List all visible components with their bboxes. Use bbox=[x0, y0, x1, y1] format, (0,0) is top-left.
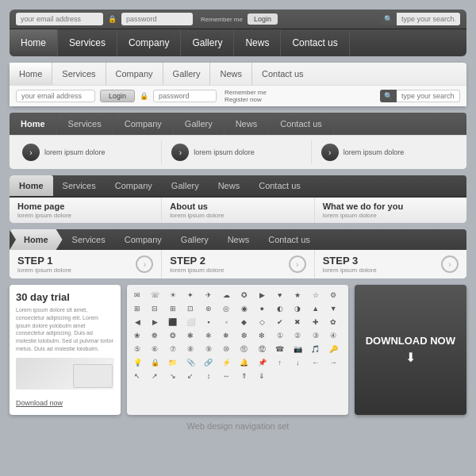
icon-cell[interactable]: ✦ bbox=[185, 290, 196, 301]
nav2-link[interactable]: Gallery bbox=[163, 63, 211, 85]
nav4-link[interactable]: Contact us bbox=[249, 175, 310, 196]
icon-cell[interactable]: ✔ bbox=[274, 317, 286, 328]
icon-cell[interactable]: ↖ bbox=[132, 370, 143, 382]
icon-cell[interactable]: ◀ bbox=[132, 317, 143, 328]
icon-cell[interactable]: ❂ bbox=[167, 330, 178, 341]
icon-cell[interactable]: ✖ bbox=[292, 317, 303, 328]
icon-cell[interactable]: ❆ bbox=[239, 330, 250, 341]
icon-cell[interactable]: ⑩ bbox=[221, 344, 232, 355]
icon-cell[interactable]: ❅ bbox=[221, 330, 232, 341]
icon-cell[interactable]: ↓ bbox=[292, 357, 303, 368]
icon-cell[interactable]: ❀ bbox=[132, 330, 143, 341]
icon-cell[interactable]: ⇑ bbox=[239, 370, 250, 382]
nav5-link[interactable]: Home bbox=[10, 229, 63, 250]
trial-download-link[interactable]: Download now bbox=[16, 399, 63, 407]
icon-cell[interactable]: ⚙ bbox=[328, 290, 339, 301]
icon-cell[interactable]: ⊟ bbox=[149, 303, 160, 314]
nav4-sub-item[interactable]: About us lorem ipsum dolore bbox=[162, 198, 314, 223]
icon-cell[interactable]: 🔒 bbox=[149, 357, 160, 368]
nav4-link[interactable]: Company bbox=[106, 175, 162, 196]
nav5-step[interactable]: STEP 3 lorem ipsum dolore › bbox=[315, 250, 466, 278]
icon-cell[interactable]: ▶ bbox=[256, 290, 267, 301]
icon-cell[interactable]: ❁ bbox=[149, 330, 160, 341]
search-input-2[interactable] bbox=[397, 90, 460, 102]
arrow-circle[interactable]: › bbox=[321, 144, 339, 161]
nav3-link[interactable]: Gallery bbox=[174, 113, 225, 135]
nav5-link[interactable]: News bbox=[218, 229, 259, 250]
icon-cell[interactable]: ⊞ bbox=[132, 303, 143, 314]
nav3-link[interactable]: News bbox=[225, 113, 270, 135]
icon-cell[interactable]: ✉ bbox=[132, 290, 143, 301]
icon-cell[interactable]: ✚ bbox=[310, 317, 321, 328]
icon-cell[interactable]: ⬜ bbox=[185, 317, 196, 328]
icon-cell[interactable]: ① bbox=[274, 330, 286, 341]
icon-cell[interactable]: 🔔 bbox=[239, 357, 250, 368]
icon-cell[interactable]: ↗ bbox=[149, 370, 160, 382]
icon-cell[interactable]: ⬛ bbox=[167, 317, 178, 328]
icon-cell[interactable]: 📁 bbox=[167, 357, 178, 368]
arrow-circle[interactable]: › bbox=[171, 144, 189, 161]
icon-cell[interactable]: ⊞ bbox=[167, 303, 178, 314]
login-button-2[interactable]: Login bbox=[100, 90, 135, 102]
icon-cell[interactable]: 🔑 bbox=[328, 344, 339, 355]
icon-cell[interactable]: → bbox=[328, 357, 339, 368]
email-input-1[interactable] bbox=[16, 13, 103, 25]
nav2-link[interactable]: Home bbox=[10, 63, 52, 85]
icon-cell[interactable]: ② bbox=[292, 330, 303, 341]
icon-cell[interactable]: ↑ bbox=[274, 357, 286, 368]
icon-cell[interactable]: ⑨ bbox=[203, 344, 214, 355]
icon-cell[interactable]: ☏ bbox=[149, 290, 160, 301]
nav1-link[interactable]: Home bbox=[10, 29, 58, 56]
icon-cell[interactable]: ⑤ bbox=[132, 344, 143, 355]
nav2-link[interactable]: Contact us bbox=[252, 63, 313, 85]
icon-cell[interactable]: ◉ bbox=[239, 303, 250, 314]
icon-cell[interactable]: 🎵 bbox=[310, 344, 321, 355]
icon-cell[interactable]: ◑ bbox=[292, 303, 303, 314]
icon-cell[interactable]: ✪ bbox=[239, 290, 250, 301]
icon-cell[interactable]: ☁ bbox=[221, 290, 232, 301]
icon-cell[interactable]: ◇ bbox=[256, 317, 267, 328]
icon-cell[interactable]: ▶ bbox=[149, 317, 160, 328]
icon-cell[interactable]: 🔗 bbox=[203, 357, 214, 368]
icon-cell[interactable]: ▲ bbox=[310, 303, 321, 314]
nav5-link[interactable]: Contact us bbox=[259, 229, 320, 250]
nav4-link[interactable]: Home bbox=[10, 175, 53, 196]
nav4-sub-item[interactable]: What we do for you lorem ipsum dolore bbox=[315, 198, 466, 223]
nav5-step[interactable]: STEP 2 lorem ipsum dolore › bbox=[162, 250, 314, 278]
icon-cell[interactable]: ❄ bbox=[203, 330, 214, 341]
icon-cell[interactable]: ◎ bbox=[221, 303, 232, 314]
icon-cell[interactable]: ✿ bbox=[328, 317, 339, 328]
nav1-link[interactable]: Company bbox=[117, 29, 181, 56]
icon-cell[interactable]: ④ bbox=[328, 330, 339, 341]
search-icon-btn-2[interactable]: 🔍 bbox=[380, 90, 397, 102]
icon-cell[interactable]: ⑫ bbox=[256, 344, 267, 355]
password-input-2[interactable] bbox=[153, 90, 217, 102]
icon-cell[interactable]: ▫ bbox=[221, 317, 232, 328]
icon-cell[interactable]: ⚡ bbox=[221, 357, 232, 368]
nav4-link[interactable]: Gallery bbox=[162, 175, 209, 196]
icon-cell[interactable]: 💡 bbox=[132, 357, 143, 368]
icon-cell[interactable]: ☀ bbox=[167, 290, 178, 301]
nav5-link[interactable]: Services bbox=[63, 229, 115, 250]
nav2-link[interactable]: Services bbox=[52, 63, 106, 85]
nav2-link[interactable]: Company bbox=[106, 63, 163, 85]
icon-cell[interactable]: ← bbox=[310, 357, 321, 368]
nav4-sub-item[interactable]: Home page lorem ipsum dolore bbox=[10, 198, 162, 223]
nav4-link[interactable]: News bbox=[209, 175, 250, 196]
nav3-link[interactable]: Company bbox=[113, 113, 174, 135]
icon-cell[interactable]: ★ bbox=[292, 290, 303, 301]
icon-cell[interactable]: ⇓ bbox=[256, 370, 267, 382]
icon-cell[interactable]: ⊡ bbox=[185, 303, 196, 314]
icon-cell[interactable]: 📷 bbox=[292, 344, 303, 355]
icon-cell[interactable]: ③ bbox=[310, 330, 321, 341]
icon-cell[interactable]: ▪ bbox=[203, 317, 214, 328]
icon-cell[interactable]: ⑧ bbox=[185, 344, 196, 355]
icon-cell[interactable]: ♥ bbox=[274, 290, 286, 301]
nav5-link[interactable]: Gallery bbox=[171, 229, 218, 250]
nav2-link[interactable]: News bbox=[210, 63, 252, 85]
icon-cell[interactable]: ⑦ bbox=[167, 344, 178, 355]
icon-cell[interactable]: ⑥ bbox=[149, 344, 160, 355]
icon-cell[interactable]: ⊛ bbox=[203, 303, 214, 314]
icon-cell[interactable]: ❇ bbox=[256, 330, 267, 341]
nav5-step[interactable]: STEP 1 lorem ipsum dolore › bbox=[10, 250, 162, 278]
